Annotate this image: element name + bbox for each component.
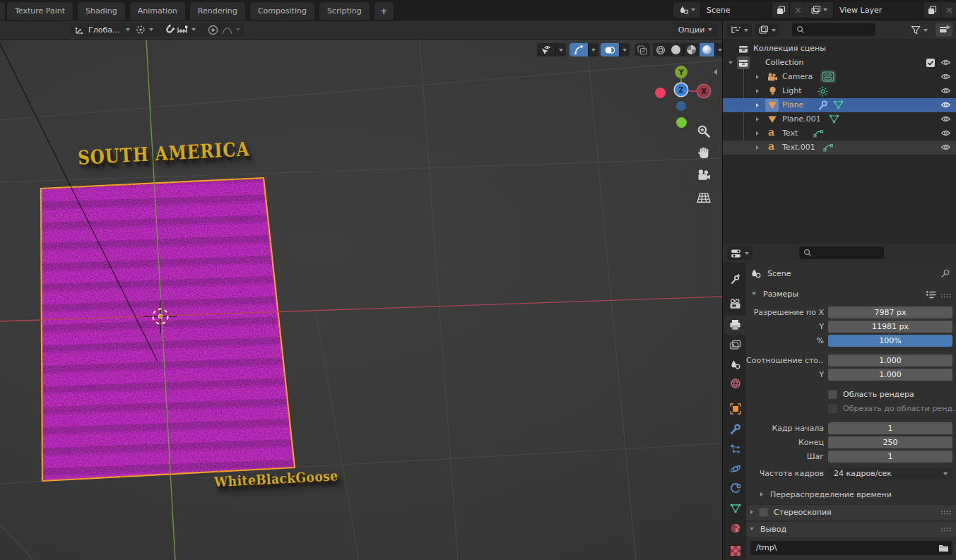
- disclosure-closed-icon[interactable]: [756, 131, 759, 136]
- new-scene-button[interactable]: [772, 2, 789, 18]
- scene-name-field[interactable]: Scene: [701, 2, 772, 18]
- modifier-wrench-icon[interactable]: [818, 100, 828, 111]
- percent-slider[interactable]: 100%: [828, 335, 952, 347]
- visibility-eye-icon[interactable]: [940, 73, 951, 81]
- pin-icon[interactable]: [940, 268, 950, 279]
- tab-texture[interactable]: [724, 541, 746, 560]
- mesh-data-icon[interactable]: [829, 114, 839, 124]
- tab-modifiers[interactable]: [724, 419, 746, 439]
- tab-texture-paint[interactable]: Texture Paint: [7, 2, 73, 20]
- shading-material-button[interactable]: [684, 43, 699, 56]
- unlink-scene-button[interactable]: [790, 2, 805, 18]
- tab-view-layer[interactable]: [724, 335, 746, 355]
- crop-region-checkbox[interactable]: [828, 404, 837, 413]
- output-path-input[interactable]: /tmp\: [750, 541, 934, 555]
- tab-constraints[interactable]: [724, 479, 746, 499]
- curve-data-icon[interactable]: [823, 143, 834, 152]
- properties-editor-type-button[interactable]: [727, 246, 753, 260]
- outliner-filter-button[interactable]: [911, 23, 928, 37]
- outliner-search-input[interactable]: [792, 23, 875, 36]
- dimensions-panel-header[interactable]: Размеры: [746, 288, 956, 302]
- xray-toggle-button[interactable]: [635, 43, 650, 56]
- properties-search-input[interactable]: [799, 246, 884, 259]
- outliner-row-plane-selected[interactable]: Plane: [723, 98, 956, 112]
- tab-compositing[interactable]: Compositing: [250, 2, 314, 20]
- drag-dots-icon[interactable]: [940, 293, 952, 298]
- tab-object-data[interactable]: [724, 499, 746, 518]
- tab-scripting[interactable]: Scripting: [319, 2, 370, 20]
- tab-material[interactable]: [724, 518, 746, 538]
- tab-shading[interactable]: Shading: [78, 2, 125, 20]
- disclosure-closed-icon[interactable]: [756, 75, 759, 79]
- drag-dots-icon[interactable]: [940, 527, 952, 532]
- outliner-editor-type-button[interactable]: [727, 23, 752, 37]
- disclosure-closed-icon[interactable]: [756, 103, 759, 107]
- gizmo-axis-z[interactable]: Z: [675, 83, 688, 96]
- new-collection-button[interactable]: [936, 23, 952, 37]
- disclosure-closed-icon[interactable]: [756, 89, 759, 93]
- viewport-3d[interactable]: SOUTH AMERICA WhiteBlackGoose: [0, 40, 722, 560]
- gizmo-axis-x[interactable]: X: [697, 85, 710, 97]
- output-panel-header[interactable]: Вывод: [746, 521, 956, 537]
- outliner-row-light[interactable]: Light: [723, 84, 956, 98]
- aspect-x-field[interactable]: 1.000: [828, 355, 952, 367]
- tab-render[interactable]: [724, 294, 746, 314]
- gizmo-axis-x-neg[interactable]: [655, 88, 666, 98]
- outliner-display-mode-button[interactable]: [755, 23, 779, 37]
- zoom-tool-button[interactable]: [696, 124, 712, 139]
- options-dropdown[interactable]: Опции: [673, 23, 718, 37]
- mesh-data-icon[interactable]: [833, 100, 844, 109]
- show-overlays-button[interactable]: [601, 43, 619, 56]
- visibility-dropdown[interactable]: [556, 43, 566, 56]
- tab-output-active[interactable]: [724, 315, 746, 335]
- stereoscopy-panel-header[interactable]: Стереоскопия: [746, 504, 956, 520]
- proportional-edit-icon[interactable]: [208, 25, 218, 35]
- outliner-row-camera[interactable]: Camera: [723, 70, 956, 84]
- tab-object[interactable]: [724, 399, 746, 419]
- tab-scene[interactable]: [724, 355, 746, 374]
- shading-dropdown[interactable]: [715, 43, 722, 56]
- gizmo-axis-z-neg[interactable]: [676, 101, 686, 111]
- render-region-checkbox[interactable]: [828, 390, 837, 399]
- shading-solid-button[interactable]: [668, 43, 683, 56]
- tab-physics[interactable]: [724, 459, 746, 479]
- light-data-icon[interactable]: [818, 86, 828, 97]
- collection-checkbox[interactable]: [926, 59, 935, 67]
- show-object-types-button[interactable]: [537, 43, 555, 56]
- tab-world[interactable]: [724, 374, 746, 393]
- disclosure-closed-icon[interactable]: [756, 117, 759, 121]
- curve-data-icon[interactable]: [813, 129, 824, 138]
- outliner-row-collection[interactable]: Collection: [723, 56, 956, 70]
- new-view-layer-button[interactable]: [923, 2, 940, 18]
- overlays-dropdown[interactable]: [620, 43, 630, 56]
- tab-animation[interactable]: Animation: [130, 2, 185, 20]
- gizmo-axis-y-neg[interactable]: [676, 117, 687, 128]
- tab-tool[interactable]: [724, 269, 746, 289]
- add-workspace-button[interactable]: +: [374, 2, 394, 20]
- view-layer-browse-button[interactable]: [805, 2, 833, 18]
- camera-view-button[interactable]: [696, 168, 712, 184]
- disclosure-open-icon[interactable]: [728, 61, 733, 64]
- tab-rendering[interactable]: Rendering: [190, 2, 245, 20]
- visibility-eye-icon[interactable]: [940, 101, 951, 109]
- stereoscopy-checkbox[interactable]: [759, 508, 768, 517]
- outliner-row-plane001[interactable]: Plane.001: [723, 112, 956, 126]
- shading-wireframe-button[interactable]: [653, 43, 668, 56]
- presets-icon[interactable]: [926, 290, 936, 299]
- aspect-y-field[interactable]: 1.000: [828, 369, 952, 381]
- visibility-eye-icon[interactable]: [940, 59, 951, 66]
- outliner-row-text001[interactable]: a Text.001: [723, 141, 956, 155]
- gizmo-dropdown[interactable]: [589, 43, 598, 56]
- tab-particles[interactable]: [724, 439, 746, 459]
- browse-folder-button[interactable]: [934, 541, 952, 555]
- show-gizmo-button[interactable]: [570, 43, 588, 56]
- visibility-eye-icon[interactable]: [940, 129, 951, 137]
- visibility-eye-icon[interactable]: [940, 143, 951, 151]
- visibility-eye-icon[interactable]: [940, 115, 951, 123]
- view-layer-name-field[interactable]: View Layer: [834, 2, 923, 18]
- workspace-tab-partial[interactable]: [0, 2, 5, 20]
- disclosure-closed-icon[interactable]: [756, 145, 759, 150]
- frame-start-field[interactable]: 1: [828, 422, 952, 434]
- camera-data-icon[interactable]: [822, 71, 834, 82]
- resolution-x-field[interactable]: 7987 px: [828, 306, 952, 318]
